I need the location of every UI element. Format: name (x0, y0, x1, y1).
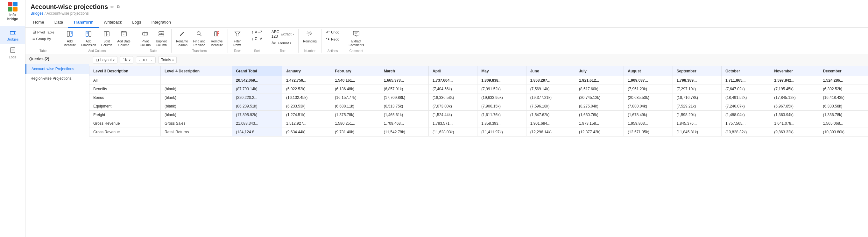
table-cell-1-1[interactable]: (blank) (161, 85, 232, 94)
unpivot-column-button[interactable]: UnpivotColumn (154, 29, 168, 49)
table-cell-0-5[interactable]: 1,665,373... (380, 76, 428, 85)
table-cell-6-13[interactable]: (9,863.32k) (770, 128, 819, 136)
col-header-may[interactable]: May (477, 67, 526, 76)
format-button[interactable]: Aa Format › (270, 40, 296, 46)
table-cell-3-14[interactable]: (6,330.58k) (819, 102, 868, 111)
table-cell-0-9[interactable]: 1,921,612... (575, 76, 624, 85)
table-cell-0-4[interactable]: 1,540,161... (331, 76, 380, 85)
col-header-september[interactable]: September (673, 67, 721, 76)
table-cell-6-10[interactable]: (12,571.35k) (624, 128, 673, 136)
table-cell-1-5[interactable]: (6,857.91k) (380, 85, 428, 94)
table-cell-4-8[interactable]: (1,547.62k) (526, 111, 575, 119)
table-cell-3-7[interactable]: (7,906.15k) (477, 102, 526, 111)
decimals-button[interactable]: ←.0 0.→ (136, 56, 156, 63)
table-cell-4-3[interactable]: (1,274.51k) (282, 111, 331, 119)
remove-measure-button[interactable]: RemoveMeasure (209, 29, 225, 49)
table-cell-6-9[interactable]: (12,377.42k) (575, 128, 624, 136)
table-cell-0-2[interactable]: 20,542,069... (232, 76, 282, 85)
table-cell-6-2[interactable]: (134,124.8... (232, 128, 282, 136)
table-cell-5-4[interactable]: 1,580,251... (331, 119, 380, 128)
table-cell-5-1[interactable]: Gross Sales (161, 119, 232, 128)
copy-title-icon[interactable]: ⧉ (117, 4, 120, 9)
table-cell-4-7[interactable]: (1,611.76k) (477, 111, 526, 119)
edit-title-icon[interactable]: ✏ (111, 4, 114, 9)
table-cell-2-6[interactable]: (18,336.53k) (428, 94, 477, 102)
table-cell-5-11[interactable]: 1,845,376... (673, 119, 721, 128)
table-cell-2-1[interactable]: (blank) (161, 94, 232, 102)
table-cell-1-13[interactable]: (7,195.45k) (770, 85, 819, 94)
table-cell-5-0[interactable]: Gross Revenue (89, 119, 161, 128)
table-cell-4-14[interactable]: (1,336.78k) (819, 111, 868, 119)
table-cell-1-11[interactable]: (7,297.19k) (673, 85, 721, 94)
table-cell-0-3[interactable]: 1,472,759... (282, 76, 331, 85)
table-cell-1-3[interactable]: (6,922.52k) (282, 85, 331, 94)
table-cell-2-10[interactable]: (20,685.53k) (624, 94, 673, 102)
table-cell-3-10[interactable]: (7,880.04k) (624, 102, 673, 111)
table-cell-3-2[interactable]: (86,239.51k) (232, 102, 282, 111)
split-column-button[interactable]: … SplitColumn (99, 29, 114, 49)
rounding-button[interactable]: .00. Rounding (301, 29, 319, 45)
table-cell-4-11[interactable]: (1,598.20k) (673, 111, 721, 119)
redo-button[interactable]: ↷ Redo (324, 36, 341, 43)
pivot-column-button[interactable]: PivotColumn (138, 29, 152, 49)
table-cell-6-11[interactable]: (11,845.81k) (673, 128, 721, 136)
table-cell-1-6[interactable]: (7,404.56k) (428, 85, 477, 94)
tab-transform[interactable]: Transform (68, 17, 99, 28)
tab-home[interactable]: Home (28, 17, 49, 28)
add-measure-button[interactable]: AddMeasure (62, 29, 78, 49)
table-cell-6-7[interactable]: (11,411.97k) (477, 128, 526, 136)
size-button[interactable]: 1K ▾ (120, 56, 133, 64)
table-cell-5-7[interactable]: 1,858,393... (477, 119, 526, 128)
table-cell-1-4[interactable]: (6,136.48k) (331, 85, 380, 94)
table-cell-4-6[interactable]: (1,524.44k) (428, 111, 477, 119)
table-cell-2-0[interactable]: Bonus (89, 94, 161, 102)
table-cell-2-3[interactable]: (16,102.45k) (282, 94, 331, 102)
extract-comments-button[interactable]: ExtractComments (347, 29, 366, 49)
table-cell-6-5[interactable]: (11,542.78k) (380, 128, 428, 136)
table-cell-1-8[interactable]: (7,569.14k) (526, 85, 575, 94)
table-cell-1-0[interactable]: Benefits (89, 85, 161, 94)
col-header-july[interactable]: July (575, 67, 624, 76)
table-cell-4-2[interactable]: (17,895.92k) (232, 111, 282, 119)
col-header-october[interactable]: October (721, 67, 770, 76)
table-cell-6-1[interactable]: Retail Returns (161, 128, 232, 136)
table-cell-2-8[interactable]: (19,377.21k) (526, 94, 575, 102)
table-cell-4-0[interactable]: Freight (89, 111, 161, 119)
table-cell-4-9[interactable]: (1,630.76k) (575, 111, 624, 119)
table-cell-0-10[interactable]: 1,909,037... (624, 76, 673, 85)
table-cell-5-10[interactable]: 1,959,803... (624, 119, 673, 128)
col-header-april[interactable]: April (428, 67, 477, 76)
table-cell-6-6[interactable]: (11,628.03k) (428, 128, 477, 136)
table-cell-6-8[interactable]: (12,296.14k) (526, 128, 575, 136)
table-cell-1-7[interactable]: (7,991.52k) (477, 85, 526, 94)
group-by-button[interactable]: ≡ Group By (31, 36, 56, 42)
table-cell-4-10[interactable]: (1,678.49k) (624, 111, 673, 119)
query-item-region-wise[interactable]: Region-wise Projections (26, 74, 89, 83)
layout-button[interactable]: ⊟ Layout ▾ (93, 56, 118, 64)
table-cell-5-8[interactable]: 1,901,684... (526, 119, 575, 128)
table-cell-0-14[interactable]: 1,524,286... (819, 76, 868, 85)
table-cell-2-4[interactable]: (16,157.77k) (331, 94, 380, 102)
table-cell-2-2[interactable]: (220,220.2... (232, 94, 282, 102)
col-header-grand-total[interactable]: Grand Total (232, 67, 282, 76)
table-cell-2-13[interactable]: (17,845.12k) (770, 94, 819, 102)
col-header-march[interactable]: March (380, 67, 428, 76)
col-header-january[interactable]: January (282, 67, 331, 76)
sort-za-button[interactable]: ↓ Z→A (250, 36, 264, 42)
table-cell-6-0[interactable]: Gross Revenue (89, 128, 161, 136)
table-cell-5-13[interactable]: 1,641,078... (770, 119, 819, 128)
sidebar-item-logs[interactable]: Logs (0, 44, 25, 61)
table-cell-0-8[interactable]: 1,853,297... (526, 76, 575, 85)
table-cell-4-4[interactable]: (1,375.78k) (331, 111, 380, 119)
table-cell-2-9[interactable]: (20,745.12k) (575, 94, 624, 102)
table-cell-0-6[interactable]: 1,737,604... (428, 76, 477, 85)
table-cell-1-10[interactable]: (7,951.23k) (624, 85, 673, 94)
table-cell-3-1[interactable]: (blank) (161, 102, 232, 111)
table-cell-2-11[interactable]: (18,716.78k) (673, 94, 721, 102)
table-cell-4-13[interactable]: (1,363.94k) (770, 111, 819, 119)
col-header-august[interactable]: August (624, 67, 673, 76)
table-cell-3-9[interactable]: (8,275.04k) (575, 102, 624, 111)
table-cell-3-8[interactable]: (7,596.18k) (526, 102, 575, 111)
tab-data[interactable]: Data (49, 17, 68, 28)
table-cell-3-13[interactable]: (6,967.85k) (770, 102, 819, 111)
